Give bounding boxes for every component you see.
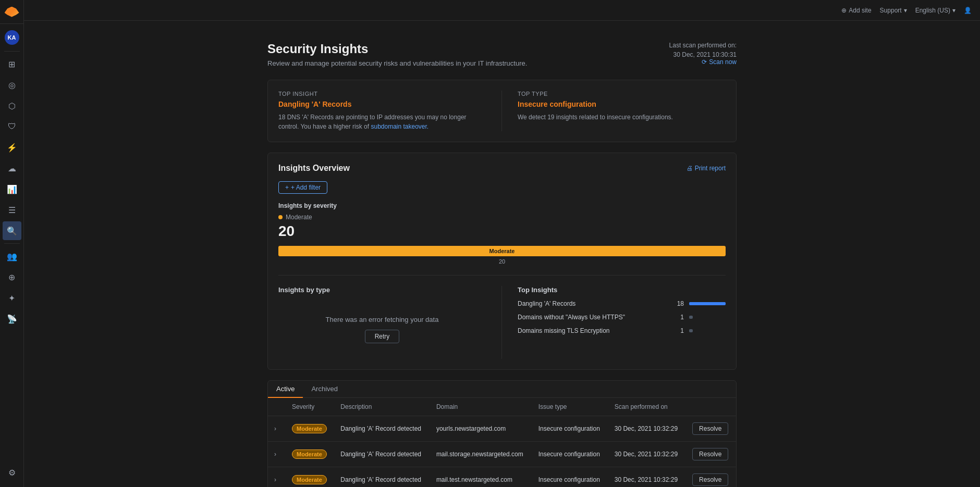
- insights-table-card: Active Archived Severity Description Dom…: [267, 380, 737, 487]
- page-subtitle: Review and manage potential security ris…: [267, 59, 527, 67]
- top-insight-item-bar: [689, 302, 726, 305]
- sidebar-item-users[interactable]: 👥: [3, 247, 21, 266]
- col-domain: Domain: [430, 398, 532, 416]
- domain-cell: yourls.newstargeted.com: [430, 416, 532, 442]
- action-cell[interactable]: Resolve: [686, 467, 736, 488]
- domain-cell: mail.storage.newstargeted.com: [430, 442, 532, 467]
- top-insight-right: Top Type Insecure configuration We detec…: [502, 91, 726, 131]
- top-insight-item-bar-wrap: [689, 316, 726, 319]
- expand-cell[interactable]: ›: [268, 442, 286, 467]
- scan-info: Last scan performed on: 30 Dec, 2021 10:…: [669, 42, 737, 66]
- col-issue-type: Issue type: [532, 398, 608, 416]
- top-insight-left: Top Insight Dangling 'A' Records 18 DNS …: [278, 91, 502, 131]
- expand-icon[interactable]: ›: [274, 451, 276, 458]
- top-insight-list-item: Domains without "Always Use HTTPS" 1: [518, 314, 726, 321]
- top-insights-list: Dangling 'A' Records 18 Domains without …: [518, 300, 726, 334]
- col-action: [686, 398, 736, 416]
- top-insight-item-name: Domains missing TLS Encryption: [518, 327, 670, 334]
- logo[interactable]: [0, 0, 24, 24]
- user-icon: 👤: [964, 7, 972, 14]
- description-cell: Dangling 'A' Record detected: [334, 467, 430, 488]
- sidebar-item-analytics[interactable]: 📊: [3, 180, 21, 198]
- insights-by-type-section: Insights by type There was an error fetc…: [278, 286, 502, 359]
- add-site-icon: ⊕: [841, 7, 847, 14]
- severity-count: 20: [278, 223, 726, 240]
- sidebar: KA ⊞ ◎ ⬡ 🛡 ⚡ ☁ 📊 ☰ 🔍 👥 ⊕ ✦ 📡 ⚙: [0, 0, 24, 487]
- scan-now-button[interactable]: ⟳ Scan now: [669, 58, 737, 66]
- sidebar-item-shield[interactable]: 🛡: [3, 117, 21, 136]
- issue-type-cell: Insecure configuration: [532, 467, 608, 488]
- sidebar-item-logs[interactable]: ☰: [3, 201, 21, 219]
- tab-archived[interactable]: Archived: [303, 381, 346, 398]
- top-insight-item-name: Dangling 'A' Records: [518, 300, 670, 307]
- add-site-button[interactable]: ⊕ Add site: [841, 7, 871, 14]
- tab-active[interactable]: Active: [268, 381, 303, 398]
- severity-badge: Moderate: [292, 449, 327, 459]
- description-cell: Dangling 'A' Record detected: [334, 442, 430, 467]
- col-scan-date: Scan performed on: [608, 398, 686, 416]
- page-title: Security Insights: [267, 42, 527, 56]
- resolve-button[interactable]: Resolve: [692, 422, 728, 435]
- expand-cell[interactable]: ›: [268, 467, 286, 488]
- sidebar-item-dns[interactable]: ⬡: [3, 96, 21, 115]
- top-insight-item-count: 18: [676, 300, 684, 307]
- subdomain-takeover-link[interactable]: subdomain takeover.: [371, 123, 428, 130]
- avatar[interactable]: KA: [5, 30, 19, 45]
- support-menu[interactable]: Support ▾: [880, 7, 907, 14]
- language-chevron-icon: ▾: [952, 7, 956, 14]
- error-message: There was an error fetching your data: [326, 316, 439, 323]
- top-insight-item-bar: [689, 329, 693, 332]
- user-menu[interactable]: 👤: [964, 7, 972, 14]
- expand-icon[interactable]: ›: [274, 425, 276, 432]
- top-insight-item-count: 1: [676, 327, 684, 334]
- sidebar-item-workers[interactable]: ☁: [3, 159, 21, 178]
- insights-overview-card: Insights Overview 🖨 Print report + + Add…: [267, 153, 737, 370]
- sidebar-item-performance[interactable]: ⚡: [3, 138, 21, 157]
- sidebar-item-network[interactable]: ◎: [3, 76, 21, 94]
- overview-title: Insights Overview: [278, 164, 350, 173]
- chevron-down-icon: ▾: [904, 7, 907, 14]
- sidebar-item-integrations[interactable]: ✦: [3, 289, 21, 307]
- top-type-desc: We detect 19 insights related to insecur…: [518, 113, 715, 122]
- severity-badge: Moderate: [292, 424, 327, 433]
- col-expand: [268, 398, 286, 416]
- severity-cell: Moderate: [286, 467, 334, 488]
- top-insight-item-bar-wrap: [689, 302, 726, 305]
- language-menu[interactable]: English (US) ▾: [915, 7, 956, 14]
- sidebar-item-settings[interactable]: ⚙: [3, 463, 21, 482]
- issue-type-cell: Insecure configuration: [532, 416, 608, 442]
- table-row: › Moderate Dangling 'A' Record detected …: [268, 467, 736, 488]
- severity-bar: Moderate: [278, 246, 726, 256]
- top-insight-label: Top Insight: [278, 91, 486, 97]
- severity-level-label: Moderate: [286, 214, 312, 221]
- col-description: Description: [334, 398, 430, 416]
- resolve-button[interactable]: Resolve: [692, 448, 728, 460]
- table-body: › Moderate Dangling 'A' Record detected …: [268, 416, 736, 488]
- top-insight-item-name: Domains without "Always Use HTTPS": [518, 314, 670, 321]
- expand-icon[interactable]: ›: [274, 476, 276, 483]
- action-cell[interactable]: Resolve: [686, 416, 736, 442]
- top-col-title: Top Insights: [518, 286, 726, 294]
- print-icon: 🖨: [687, 165, 693, 172]
- top-type-label: Top Type: [518, 91, 715, 97]
- retry-button[interactable]: Retry: [365, 330, 400, 343]
- sidebar-item-insights[interactable]: 🔍: [3, 221, 21, 240]
- scan-date-cell: 30 Dec, 2021 10:32:29: [608, 416, 686, 442]
- severity-section: Insights by severity Moderate 20 Moderat…: [278, 202, 726, 265]
- table-row: › Moderate Dangling 'A' Record detected …: [268, 442, 736, 467]
- sidebar-item-bulk[interactable]: ⊕: [3, 268, 21, 286]
- add-filter-button[interactable]: + + Add filter: [278, 181, 327, 194]
- action-cell[interactable]: Resolve: [686, 442, 736, 467]
- sidebar-item-home[interactable]: ⊞: [3, 55, 21, 73]
- expand-cell[interactable]: ›: [268, 416, 286, 442]
- error-state: There was an error fetching your data Re…: [278, 300, 486, 359]
- resolve-button[interactable]: Resolve: [692, 473, 728, 486]
- top-insight-item-bar: [689, 316, 693, 319]
- top-insight-item-count: 1: [676, 314, 684, 321]
- severity-badge: Moderate: [292, 475, 327, 484]
- print-report-button[interactable]: 🖨 Print report: [687, 165, 726, 172]
- add-filter-icon: +: [285, 184, 289, 191]
- cloudflare-logo-icon: [5, 7, 19, 17]
- sidebar-item-network2[interactable]: 📡: [3, 309, 21, 328]
- top-insight-item-bar-wrap: [689, 329, 726, 332]
